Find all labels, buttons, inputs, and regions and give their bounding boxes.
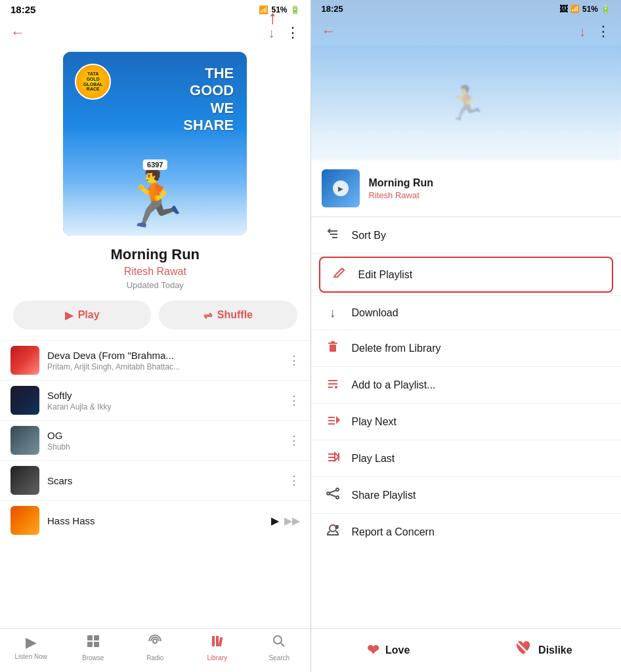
radio-label: Radio: [146, 654, 163, 662]
library-icon: [210, 634, 225, 652]
menu-item-delete[interactable]: Delete from Library: [311, 330, 622, 366]
shuffle-button[interactable]: ⇌ Shuffle: [159, 301, 297, 329]
play-next-label: Play Next: [352, 416, 396, 428]
track-item-deva[interactable]: Deva Deva (From "Brahma... Pritam, Ariji…: [0, 340, 310, 380]
report-icon: ?: [324, 523, 341, 541]
context-artist: Ritesh Rawat: [369, 190, 611, 200]
status-bar-left: 18:25 📶 51% 🔋: [0, 0, 310, 19]
shuffle-label: Shuffle: [217, 309, 253, 321]
track-thumb-hass: [11, 506, 39, 535]
svg-point-27: [327, 492, 330, 495]
track-more-deva[interactable]: ⋮: [288, 353, 300, 368]
track-more-scars[interactable]: ⋮: [288, 473, 300, 488]
delete-icon: [324, 339, 341, 357]
skip-icon[interactable]: ▶▶: [284, 514, 300, 527]
sort-by-label: Sort By: [352, 230, 386, 242]
nav-item-library[interactable]: Library: [186, 634, 249, 662]
track-info-og: OG Shubh: [47, 430, 280, 452]
play-small-icon[interactable]: ▶: [271, 514, 279, 527]
svg-rect-10: [328, 343, 337, 344]
track-thumb-deva: [11, 346, 39, 375]
svg-point-26: [336, 488, 339, 491]
dislike-label: Dislike: [538, 644, 572, 656]
download-menu-icon: ↓: [324, 305, 341, 320]
play-label: Play: [78, 309, 100, 321]
love-heart-icon: ❤: [367, 642, 379, 659]
dislike-heart-icon: [515, 640, 532, 660]
wifi-icon-right: 📶: [570, 5, 580, 13]
menu-item-play-next[interactable]: Play Next: [311, 404, 622, 440]
left-panel: 18:25 📶 51% 🔋 ← ↓ ↑ ⋮ TATAGOLDGLOBALRACE…: [0, 0, 310, 672]
svg-line-30: [330, 494, 336, 497]
bottom-nav: ▶ Listen Now Browse Radio Library Sear: [0, 628, 310, 672]
bib-number: 6397: [143, 159, 167, 170]
track-info-hass: Hass Hass: [47, 515, 263, 526]
svg-rect-0: [87, 635, 93, 640]
track-name-hass: Hass Hass: [47, 515, 263, 526]
track-item-scars[interactable]: Scars ⋮: [0, 460, 310, 500]
play-last-label: Play Last: [352, 453, 395, 465]
nav-item-search[interactable]: Search: [248, 634, 310, 662]
back-button-right[interactable]: ←: [322, 23, 336, 40]
track-artist-deva: Pritam, Arijit Singh, Amitabh Bhattac...: [47, 362, 280, 371]
menu-item-add-playlist[interactable]: Add to a Playlist...: [311, 367, 622, 403]
play-next-icon: [324, 413, 341, 430]
context-title: Morning Run: [369, 177, 611, 189]
download-button-right[interactable]: ↓: [579, 24, 586, 39]
svg-text:?: ?: [336, 525, 338, 529]
track-more-og[interactable]: ⋮: [288, 433, 300, 448]
love-button[interactable]: ❤ Love: [311, 635, 466, 665]
love-bar: ❤ Love Dislike: [311, 628, 622, 672]
notification-icon: 🖼: [559, 4, 568, 14]
album-art-text: THE GOOD WE SHARE: [183, 65, 234, 135]
add-playlist-icon: [324, 376, 341, 394]
nav-item-radio[interactable]: Radio: [124, 634, 186, 662]
right-top-image: 🏃: [311, 45, 622, 160]
report-label: Report a Concern: [352, 526, 435, 538]
menu-item-play-last[interactable]: Play Last: [311, 440, 622, 476]
annotation-arrow: ↑: [268, 7, 278, 28]
nav-item-browse[interactable]: Browse: [62, 634, 125, 662]
time-right: 18:25: [322, 4, 343, 14]
track-info-deva: Deva Deva (From "Brahma... Pritam, Ariji…: [47, 350, 280, 371]
menu-item-download[interactable]: ↓ Download: [311, 296, 622, 329]
playlist-author: Ritesh Rawat: [0, 266, 310, 278]
svg-point-8: [274, 636, 282, 644]
badge: TATAGOLDGLOBALRACE: [75, 64, 111, 100]
track-list: Deva Deva (From "Brahma... Pritam, Ariji…: [0, 340, 310, 628]
track-more-softly[interactable]: ⋮: [288, 393, 300, 408]
svg-rect-7: [219, 637, 223, 646]
back-button[interactable]: ←: [11, 24, 25, 41]
browse-icon: [86, 634, 100, 652]
menu-item-sort-by[interactable]: Sort By: [311, 217, 622, 253]
battery-right: 51%: [582, 5, 598, 14]
track-name-og: OG: [47, 430, 280, 441]
menu-item-edit-playlist[interactable]: Edit Playlist: [319, 257, 614, 293]
svg-rect-6: [216, 636, 219, 646]
menu-item-report[interactable]: ? Report a Concern: [311, 514, 622, 550]
more-button-right[interactable]: ⋮: [596, 23, 610, 40]
edit-icon: [331, 266, 348, 284]
love-label: Love: [385, 644, 410, 656]
track-name-scars: Scars: [47, 475, 280, 486]
download-button[interactable]: ↓ ↑: [268, 26, 275, 41]
dislike-button[interactable]: Dislike: [466, 635, 621, 665]
context-play-button[interactable]: ▶: [333, 180, 349, 196]
track-item-softly[interactable]: Softly Karan Aujla & Ikky ⋮: [0, 380, 310, 420]
more-options-button[interactable]: ⋮: [286, 24, 300, 41]
track-item-hass[interactable]: Hass Hass ▶ ▶▶: [0, 500, 310, 540]
search-label: Search: [268, 654, 289, 662]
svg-rect-5: [212, 636, 215, 646]
nav-item-listen-now[interactable]: ▶ Listen Now: [0, 634, 62, 662]
menu-item-share[interactable]: Share Playlist: [311, 477, 622, 513]
svg-rect-1: [94, 635, 99, 640]
browse-label: Browse: [82, 654, 104, 662]
play-button[interactable]: ▶ Play: [13, 301, 151, 329]
context-thumb: ▶: [322, 169, 360, 207]
play-icon: ▶: [65, 309, 73, 322]
track-name-softly: Softly: [47, 390, 280, 401]
time-left: 18:25: [11, 4, 35, 15]
track-item-og[interactable]: OG Shubh ⋮: [0, 420, 310, 460]
playlist-title: Morning Run: [0, 246, 310, 263]
battery-icon: 🔋: [290, 5, 300, 14]
